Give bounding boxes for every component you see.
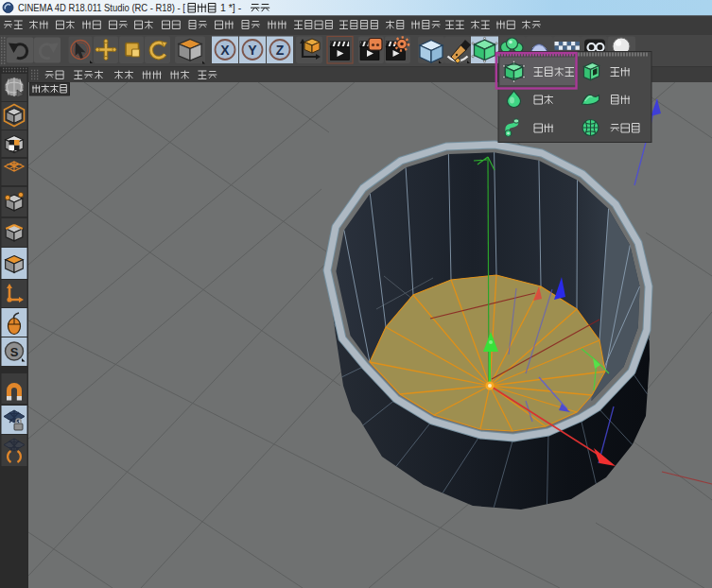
- svg-text:Y: Y: [248, 43, 257, 58]
- svg-text:S: S: [10, 345, 19, 359]
- svg-text:CINEMA 4D R18.011 Studio (RC -: CINEMA 4D R18.011 Studio (RC - R18) - [: [18, 2, 185, 13]
- svg-text:1 *] -: 1 *] -: [220, 2, 242, 13]
- svg-text:X: X: [220, 43, 230, 58]
- svg-text:Z: Z: [276, 43, 285, 58]
